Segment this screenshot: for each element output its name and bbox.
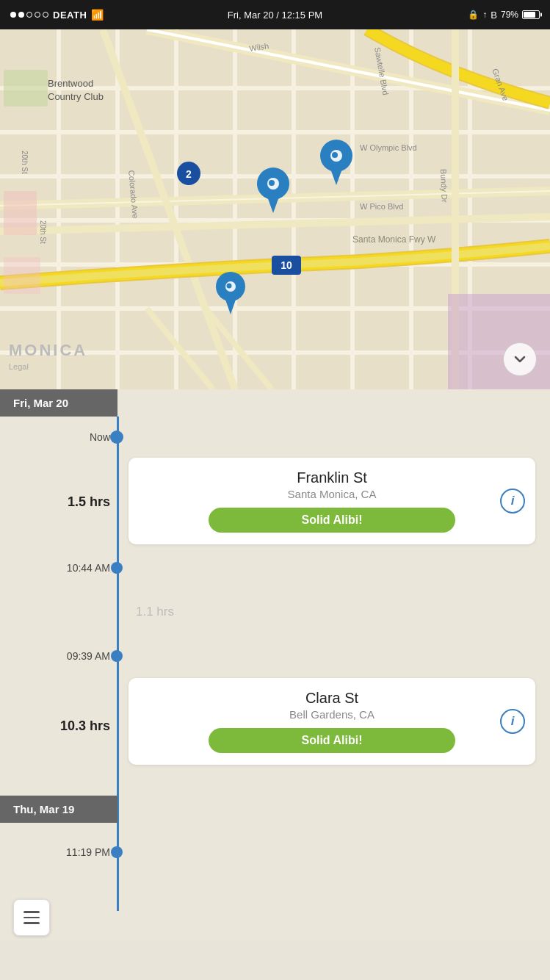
signal-dot-5: [43, 12, 48, 18]
dot-0939: [111, 650, 123, 662]
location-card-1: Franklin St Santa Monica, CA Solid Alibi…: [129, 458, 535, 544]
svg-point-58: [227, 284, 232, 289]
time-label-0939: 09:39 AM: [0, 650, 110, 662]
battery-icon: [522, 10, 540, 19]
location-title-1: Franklin St: [142, 469, 522, 486]
battery-pct: 79%: [501, 10, 518, 20]
stop-2-block: 10.3 hrs Clara St Bell Gardens, CA Solid…: [129, 678, 550, 781]
stop-1-block: 1.5 hrs Franklin St Santa Monica, CA Sol…: [129, 458, 550, 553]
svg-text:20th St: 20th St: [39, 220, 47, 244]
status-left: DEATH 📶: [10, 9, 104, 21]
map-view[interactable]: 10 2 Wilsh W Olympic Blvd W Pico Blvd Sa…: [0, 29, 550, 389]
signal-dots: [10, 12, 48, 18]
svg-marker-28: [448, 294, 550, 389]
now-row: Now: [129, 424, 550, 450]
chevron-down-icon: [513, 353, 527, 366]
svg-point-54: [269, 180, 275, 186]
svg-text:W Pico Blvd: W Pico Blvd: [360, 202, 403, 211]
location-card-2: Clara St Bell Gardens, CA Solid Alibi! i: [129, 678, 535, 765]
svg-rect-27: [4, 257, 40, 294]
info-button-2[interactable]: i: [500, 709, 525, 734]
signal-dot-4: [35, 12, 40, 18]
map-svg: 10 2 Wilsh W Olympic Blvd W Pico Blvd Sa…: [0, 29, 550, 389]
duration-1: 1.5 hrs: [0, 494, 110, 510]
svg-rect-25: [4, 70, 48, 107]
svg-text:Brentwood: Brentwood: [48, 78, 93, 89]
wifi-icon: 📶: [91, 9, 104, 21]
dot-1119: [111, 846, 123, 858]
location-city-2: Bell Gardens, CA: [142, 708, 522, 721]
date-header-fri: Fri, Mar 20: [0, 389, 117, 417]
menu-button[interactable]: [13, 899, 50, 936]
status-time: Fri, Mar 20 / 12:15 PM: [228, 10, 322, 21]
status-right: 🔒 ↑ B 79%: [468, 10, 540, 21]
bluetooth-icon: B: [491, 10, 497, 21]
date-header-thu: Thu, Mar 19: [0, 796, 117, 823]
timeline-section: Fri, Mar 20 Now 1.5 hrs Franklin St Sant…: [0, 389, 550, 940]
gap-segment-1: 1.1 hrs: [129, 583, 550, 641]
svg-text:20th St: 20th St: [21, 151, 29, 174]
location-title-2: Clara St: [142, 690, 522, 707]
svg-point-50: [332, 152, 338, 158]
svg-rect-26: [4, 191, 37, 235]
now-label: Now: [0, 431, 110, 443]
gap-label-1: 1.1 hrs: [136, 605, 174, 619]
menu-line-2: [23, 917, 40, 919]
svg-text:Legal: Legal: [9, 362, 29, 371]
svg-text:2: 2: [186, 168, 192, 180]
time-label-1119: 11:19 PM: [0, 846, 110, 858]
battery-fill: [524, 12, 535, 18]
svg-text:10: 10: [281, 259, 292, 271]
collapse-map-button[interactable]: [503, 342, 537, 376]
time-row-0939: 09:39 AM: [129, 641, 550, 671]
svg-text:W Olympic Blvd: W Olympic Blvd: [360, 143, 417, 152]
time-row-1119: 11:19 PM: [129, 837, 550, 867]
svg-text:Bundy Dr: Bundy Dr: [439, 169, 449, 203]
alibi-button-1[interactable]: Solid Alibi!: [209, 508, 456, 533]
lock-icon: 🔒: [468, 10, 479, 20]
menu-line-1: [23, 911, 40, 913]
carrier-label: DEATH: [53, 10, 87, 21]
status-bar: DEATH 📶 Fri, Mar 20 / 12:15 PM 🔒 ↑ B 79%: [0, 0, 550, 29]
menu-line-3: [23, 922, 40, 924]
signal-dot-2: [18, 12, 24, 18]
svg-text:Santa Monica Fwy W: Santa Monica Fwy W: [352, 234, 436, 245]
bottom-spacer: [129, 867, 550, 911]
duration-2: 10.3 hrs: [0, 718, 110, 734]
date-header-thu-wrapper: Thu, Mar 19: [0, 796, 550, 823]
dot-1044: [111, 562, 123, 574]
alibi-button-2[interactable]: Solid Alibi!: [209, 728, 456, 753]
signal-dot-1: [10, 12, 16, 18]
now-dot: [110, 430, 123, 444]
time-label-1044: 10:44 AM: [0, 562, 110, 574]
location-city-1: Santa Monica, CA: [142, 488, 522, 500]
svg-text:MONICA: MONICA: [9, 341, 87, 359]
signal-dot-3: [26, 12, 32, 18]
timeline-line: [117, 417, 119, 911]
info-button-1[interactable]: i: [500, 489, 525, 514]
svg-text:Country Club: Country Club: [48, 91, 104, 102]
location-icon: ↑: [482, 10, 487, 20]
time-row-1044: 10:44 AM: [129, 553, 550, 583]
timeline-wrapper: Now 1.5 hrs Franklin St Santa Monica, CA…: [0, 417, 550, 911]
